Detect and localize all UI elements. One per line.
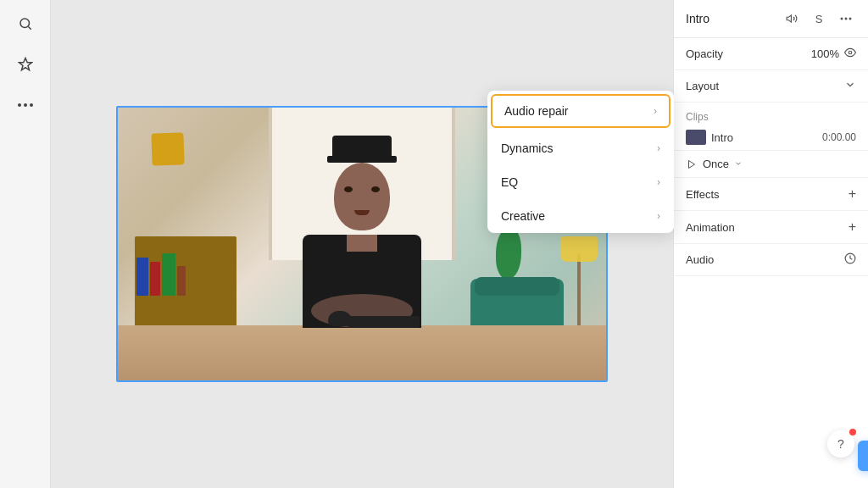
dropdown-item-dynamics[interactable]: Dynamics › [487,131,674,165]
person-figure [303,235,421,328]
effects-row[interactable]: Effects + [674,178,868,211]
clip-row: Intro 0:00.00 [686,130,856,145]
right-panel: Intro S Opacity 100% [673,0,868,488]
panel-header-icons: S [782,8,856,29]
svg-line-1 [28,26,31,29]
effects-add-icon[interactable]: + [849,186,856,202]
help-button[interactable]: ? [827,430,854,458]
fab-button[interactable] [858,441,868,471]
layout-label: Layout [686,80,719,92]
search-icon[interactable] [12,10,39,37]
keyboard [348,316,420,328]
creative-label: Creative [501,209,545,223]
panel-title: Intro [686,12,709,25]
svg-point-9 [849,18,852,20]
audio-row[interactable]: Audio Audio repair › Dynamics › EQ › Cre… [674,244,868,276]
panel-header: Intro S [674,0,868,38]
layout-row[interactable]: Layout [674,70,868,103]
more-options-icon[interactable] [12,92,39,119]
chevron-down-icon [844,79,856,93]
eye-icon[interactable] [844,47,856,61]
effects-label: Effects [686,188,720,201]
audio-repair-label: Audio repair [504,104,569,118]
play-icon [686,158,698,170]
svg-marker-2 [19,58,31,70]
panel-more-icon[interactable] [836,8,856,29]
opacity-row: Opacity 100% [674,38,868,70]
canvas-area [51,0,673,488]
clips-section: Clips Intro 0:00.00 [674,103,868,151]
creative-chevron-icon: › [657,210,660,222]
svg-point-0 [20,19,30,28]
clip-thumbnail [686,130,706,145]
audio-dropdown-menu: Audio repair › Dynamics › EQ › Creative … [487,91,674,233]
svg-point-4 [24,103,27,107]
once-text: Once [703,158,729,170]
svg-point-8 [845,18,848,20]
animation-add-icon[interactable]: + [849,219,856,235]
opacity-value-group: 100% [811,47,856,61]
eq-label: EQ [501,175,518,189]
dynamics-label: Dynamics [501,141,553,155]
magic-icon[interactable] [12,51,39,78]
dropdown-item-eq[interactable]: EQ › [487,165,674,199]
svg-marker-6 [787,15,791,22]
dynamics-chevron-icon: › [657,142,660,154]
svg-point-3 [18,103,21,107]
dropdown-item-creative[interactable]: Creative › [487,199,674,233]
eq-chevron-icon: › [657,176,660,188]
once-row[interactable]: Once [674,151,868,178]
audio-icon[interactable] [782,8,802,29]
audio-clock-icon [844,252,856,267]
once-chevron-icon [734,159,743,169]
svg-point-5 [30,103,33,107]
svg-point-7 [841,18,843,20]
audio-label: Audio [686,253,714,266]
help-notification-dot [849,429,856,435]
animation-label: Animation [686,221,735,234]
opacity-label: Opacity [686,47,723,60]
loop-label[interactable]: S [809,8,829,29]
clips-label: Clips [686,111,856,123]
clip-time: 0:00.00 [822,131,856,143]
svg-marker-11 [689,160,695,168]
help-label: ? [837,437,844,451]
clip-name: Intro [711,131,817,144]
left-toolbar [0,0,51,488]
animation-row[interactable]: Animation + [674,211,868,244]
svg-point-10 [849,51,852,54]
audio-repair-chevron-icon: › [654,105,657,117]
dropdown-item-audio-repair[interactable]: Audio repair › [491,94,670,128]
opacity-value[interactable]: 100% [811,47,839,60]
